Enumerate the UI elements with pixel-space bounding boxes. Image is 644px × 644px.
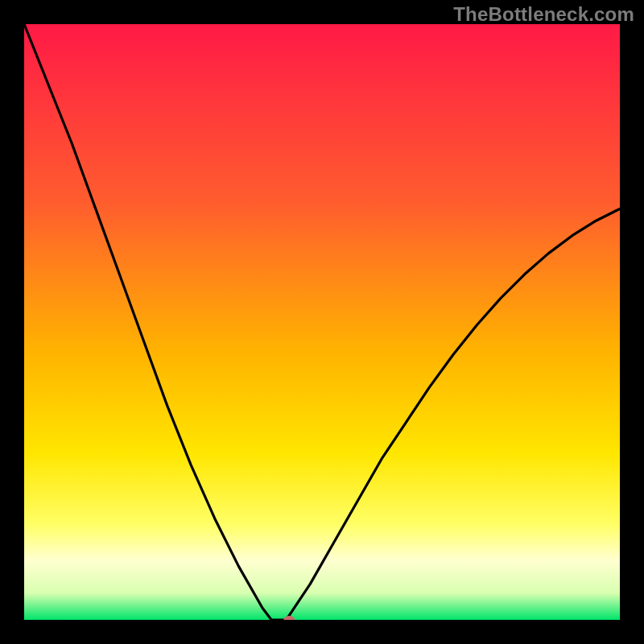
plot-area	[24, 24, 620, 620]
gradient-background	[24, 24, 620, 620]
chart-frame: TheBottleneck.com	[0, 0, 644, 644]
plot-svg	[24, 24, 620, 620]
watermark-text: TheBottleneck.com	[453, 3, 634, 26]
